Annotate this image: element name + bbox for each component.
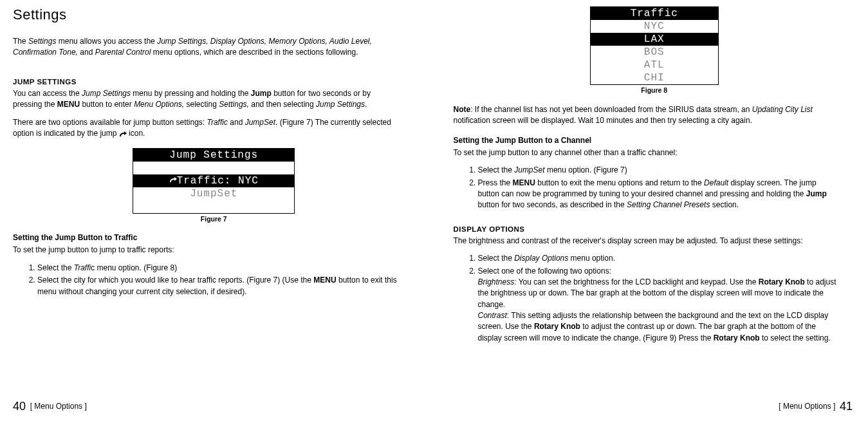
paragraph: The brightness and contrast of the recei… — [454, 236, 840, 247]
lcd-row: NYC — [591, 20, 718, 33]
paragraph: To set the jump button to jump to traffi… — [13, 245, 399, 256]
figure-7-caption: Figure 7 — [13, 215, 415, 223]
lcd-figure-7: Jump Settings Traffic: NYC JumpSet — [133, 148, 295, 214]
text: Jump — [251, 89, 272, 98]
text: . — [365, 100, 367, 109]
text: MENU — [57, 100, 80, 109]
text: menu options, which are described in the… — [151, 48, 358, 57]
text: Traffi — [74, 263, 91, 272]
jump-arrow-icon — [169, 176, 177, 183]
text: button for two seconds, as described in … — [478, 200, 627, 209]
text: Press the — [478, 178, 513, 187]
text: notification screen will be displayed. W… — [454, 116, 752, 125]
text: Brightness — [478, 277, 515, 286]
lcd-row: JumpSet — [133, 187, 294, 200]
steps-list: Select the Traffic menu option. (Figure … — [13, 263, 399, 297]
text: Jump Settings — [82, 89, 131, 98]
footer-label: [ Menu Options ] — [30, 402, 87, 411]
lcd-row-selected: LAX — [591, 33, 718, 46]
footer-right: [ Menu Options ] 41 — [779, 400, 853, 413]
list-item: Select the Display Options menu option. — [478, 253, 840, 264]
text: Rotary Knob — [714, 333, 760, 342]
text: Display Options — [514, 254, 568, 263]
text: Select the — [478, 165, 515, 174]
text: icon. — [127, 129, 145, 138]
list-item: Select the JumpSet menu option. (Figure … — [478, 165, 840, 176]
lcd-row: BOS — [591, 46, 718, 59]
right-page: Traffic NYC LAX BOS ATL CHI Figure 8 Not… — [454, 6, 856, 386]
steps-list: Select the JumpSet menu option. (Figure … — [454, 165, 840, 211]
lcd-blank-row — [133, 200, 294, 213]
text: menu by pressing and holding the — [131, 89, 251, 98]
list-item: Select one of the following two options:… — [478, 266, 840, 344]
text: menu option. — [568, 254, 615, 263]
steps-list: Select the Display Options menu option. … — [454, 253, 840, 344]
text: c menu option. (Figure 8) — [91, 263, 177, 272]
text: Select one of the following two options: — [478, 267, 611, 276]
note-paragraph: Note: If the channel list has not yet be… — [454, 104, 840, 127]
left-page: Settings The Settings menu allows you ac… — [13, 6, 415, 386]
lcd-blank-row — [133, 162, 294, 174]
jump-arrow-icon — [119, 131, 127, 137]
text: Settings — [28, 37, 56, 46]
text: Menu Options, — [134, 100, 184, 109]
page-title: Settings — [13, 6, 415, 23]
text: : You can set the brightness for the LCD… — [514, 277, 759, 286]
text: Settings, — [219, 100, 249, 109]
text: Contrast — [478, 311, 507, 320]
text: button to exit the menu options and retu… — [535, 178, 704, 187]
list-item: Select the Traffic menu option. (Figure … — [37, 263, 399, 274]
lcd-row: ATL — [591, 59, 718, 71]
jump-settings-label: JUMP SETTINGS — [13, 78, 415, 86]
footer-left: 40 [ Menu Options ] — [13, 400, 87, 413]
text: Parental Control — [95, 48, 151, 57]
text: Rotary Knob — [759, 277, 805, 286]
text: Note — [454, 105, 471, 114]
subheading: Setting the Jump Button to Traffic — [13, 233, 415, 242]
text: menu option. (Figure 7) — [545, 165, 627, 174]
text: Select the city for which you would like… — [37, 276, 313, 285]
page-number: 40 — [13, 400, 26, 413]
lcd-row: Jump Settings — [133, 149, 294, 162]
text: Setting Channel Presets — [627, 200, 710, 209]
figure-8-caption: Figure 8 — [454, 86, 856, 94]
paragraph: To set the jump button to any channel ot… — [454, 147, 840, 158]
text: JumpSet — [514, 165, 544, 174]
text: and — [78, 48, 95, 57]
text: There are two options available for jump… — [13, 118, 207, 127]
paragraph: You can access the Jump Settings menu by… — [13, 88, 399, 111]
text: MENU — [313, 276, 336, 285]
text: You can access the — [13, 89, 82, 98]
intro-paragraph: The Settings menu allows you access the … — [13, 36, 399, 59]
text: section. — [710, 200, 739, 209]
text: Jump Settings — [316, 100, 365, 109]
text: Traffic — [207, 118, 228, 127]
paragraph: There are two options available for jump… — [13, 117, 399, 140]
text: Jump — [806, 189, 827, 198]
text: Updating City List — [752, 105, 813, 114]
lcd-figure-8: Traffic NYC LAX BOS ATL CHI — [590, 6, 719, 85]
list-item: Select the city for which you would like… — [37, 275, 399, 297]
text: Rotary Knob — [534, 322, 580, 331]
footer-label: [ Menu Options ] — [779, 402, 835, 411]
text: Default — [704, 178, 728, 187]
subheading: Setting the Jump Button to a Channel — [454, 136, 856, 145]
lcd-row-selected: Traffic: NYC — [133, 174, 294, 187]
text: Select the — [478, 254, 515, 263]
text: selecting — [184, 100, 219, 109]
text: MENU — [513, 178, 535, 187]
list-item: Press the MENU button to exit the menu o… — [478, 178, 840, 211]
text: and then selecting — [249, 100, 316, 109]
text: and — [228, 118, 245, 127]
text: The — [13, 37, 28, 46]
page-number: 41 — [840, 400, 853, 413]
lcd-row: Traffic — [591, 7, 718, 20]
display-options-label: DISPLAY OPTIONS — [454, 225, 856, 233]
text: JumpSet — [245, 118, 275, 127]
text: button to enter — [80, 100, 134, 109]
lcd-row: CHI — [591, 71, 718, 84]
text: : If the channel list has not yet been d… — [470, 105, 752, 114]
text: Traffic: NYC — [177, 175, 259, 187]
text: to select the setting. — [760, 333, 831, 342]
text: Select the — [37, 263, 74, 272]
